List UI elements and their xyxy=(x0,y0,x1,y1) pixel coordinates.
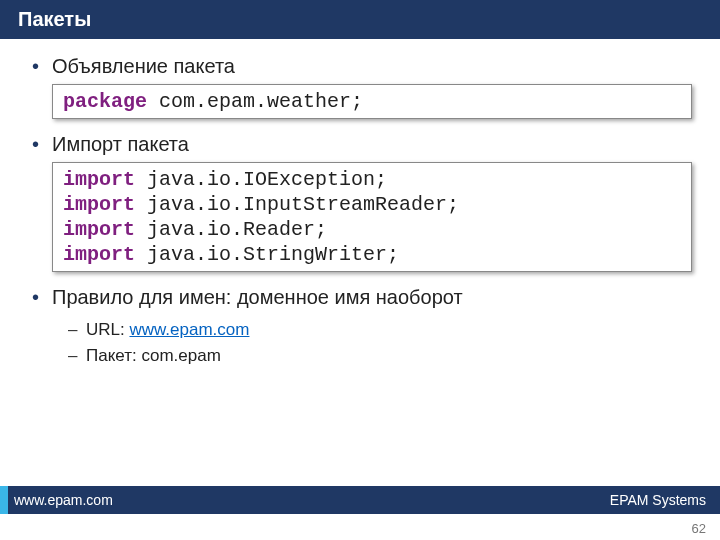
bullet-naming-rule-text: Правило для имен: доменное имя наоборот xyxy=(52,286,463,308)
pkg-value: com.epam xyxy=(141,346,220,365)
sub-bullet-url: URL: www.epam.com xyxy=(64,317,692,343)
bullet-declare-text: Объявление пакета xyxy=(52,55,235,77)
code-package-rest: com.epam.weather; xyxy=(147,90,363,113)
bullet-import: Импорт пакета import java.io.IOException… xyxy=(32,131,692,272)
bullet-declare: Объявление пакета package com.epam.weath… xyxy=(32,53,692,119)
code-import-2: java.io.InputStreamReader; xyxy=(135,193,459,216)
code-import-1: java.io.IOException; xyxy=(135,168,387,191)
keyword-import-3: import xyxy=(63,218,135,241)
url-label: URL: xyxy=(86,320,129,339)
footer-accent xyxy=(0,486,8,514)
sub-bullet-package: Пакет: com.epam xyxy=(64,343,692,369)
footer-bar: www.epam.com EPAM Systems xyxy=(0,486,720,514)
slide: { "title": "Пакеты", "bullets": { "decla… xyxy=(0,0,720,540)
page-number: 62 xyxy=(692,521,706,536)
code-box-package: package com.epam.weather; xyxy=(52,84,692,119)
pkg-label: Пакет: xyxy=(86,346,141,365)
slide-title: Пакеты xyxy=(18,8,91,30)
url-link[interactable]: www.epam.com xyxy=(129,320,249,339)
code-box-imports: import java.io.IOException; import java.… xyxy=(52,162,692,272)
code-import-4: java.io.StringWriter; xyxy=(135,243,399,266)
keyword-import-2: import xyxy=(63,193,135,216)
footer-right: EPAM Systems xyxy=(610,492,706,508)
slide-title-bar: Пакеты xyxy=(0,0,720,39)
bullet-list: Объявление пакета package com.epam.weath… xyxy=(32,53,692,368)
keyword-package: package xyxy=(63,90,147,113)
bullet-import-text: Импорт пакета xyxy=(52,133,189,155)
slide-content: Объявление пакета package com.epam.weath… xyxy=(0,39,720,540)
keyword-import-4: import xyxy=(63,243,135,266)
sub-bullet-list: URL: www.epam.com Пакет: com.epam xyxy=(64,317,692,368)
code-import-3: java.io.Reader; xyxy=(135,218,327,241)
footer-left: www.epam.com xyxy=(14,492,113,508)
bullet-naming-rule: Правило для имен: доменное имя наоборот … xyxy=(32,284,692,368)
keyword-import-1: import xyxy=(63,168,135,191)
